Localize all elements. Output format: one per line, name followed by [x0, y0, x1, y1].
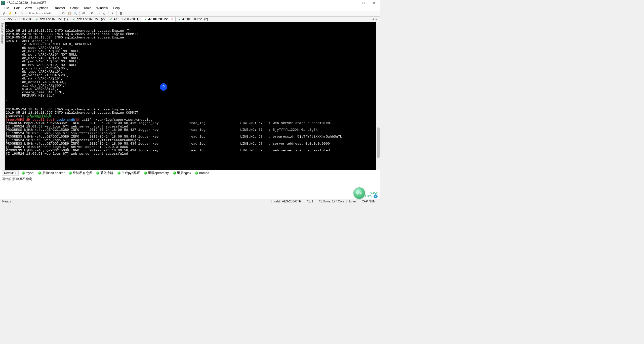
scrollbar-thumb[interactable] [377, 127, 380, 158]
bbtn-registry-login[interactable]: 登陆私有仓库 [68, 170, 93, 176]
disconnect-icon[interactable]: ⨯ [19, 11, 25, 16]
status-icon [73, 18, 76, 21]
connect-icon[interactable]: ⇄ [1, 11, 7, 16]
titlebar: 47.101.208.220 - SecureCRT — □ ✕ [0, 0, 380, 5]
dot-icon [173, 171, 176, 175]
tab-dev-1[interactable]: dev 172.16.0.223 (1) [34, 17, 70, 22]
dot-icon [117, 171, 120, 175]
grid-icon[interactable]: ▦ [118, 11, 124, 16]
bbtn-get-token[interactable]: 获取令牌 [95, 170, 114, 176]
screen-pointer-highlight [160, 83, 167, 91]
menu-edit[interactable]: Edit [12, 6, 22, 10]
tab-label: dev 172.16.0.223 (2) [77, 17, 105, 21]
bbtn-mysql[interactable]: mysql [21, 170, 35, 175]
toolbar: ⇄ ⚡ ↻ ⨯ ⧉ 📋 🔍 🖶 ⚙ ▭ ⎙ ? ▦ [0, 11, 380, 17]
menu-view[interactable]: View [23, 6, 34, 10]
overlay-perf-badge[interactable]: 57% [353, 187, 365, 199]
tab-prev-icon[interactable]: ◀ [372, 18, 374, 20]
status-icon [178, 18, 181, 21]
tab-dev-2[interactable]: dev 172.16.0.223 (2) [71, 17, 107, 22]
bbtn-pyo-config[interactable]: 生成pyo配置 [116, 170, 141, 176]
terminal-scrollbar[interactable] [376, 22, 380, 170]
tab-dev-0[interactable]: dev 172.16.0.223 [1, 17, 33, 22]
dot-icon [38, 171, 41, 175]
settings-icon[interactable]: ⚙ [89, 11, 95, 16]
quick-connect-icon[interactable]: ⚡ [7, 11, 13, 16]
button-bar-default[interactable]: Default [2, 170, 19, 176]
copy-icon[interactable]: ⧉ [61, 11, 66, 16]
bbtn-named[interactable]: named [194, 170, 210, 175]
window-title: 47.101.208.220 - SecureCRT [7, 1, 350, 5]
find-icon[interactable]: 🔍 [73, 11, 78, 16]
status-icon [4, 18, 7, 21]
toolbar-separator [79, 11, 80, 16]
trace-icon[interactable]: ⎙ [101, 11, 107, 16]
menubar: File Edit View Options Transfer Script T… [0, 5, 380, 10]
dot-icon [195, 171, 198, 175]
status-cipher: ssh2: AES-256-CTR [271, 200, 304, 203]
terminal-area: Session Manager ) 2019-05-24 18:10:13,57… [0, 22, 380, 170]
tab-host-2[interactable]: 47.101.208.220 (2) [176, 17, 210, 22]
dot-icon [96, 171, 99, 175]
tab-host-active[interactable]: 47.101.208.220✕ [142, 17, 176, 22]
overlay-network: 0.2K/s 1.4K/s + [365, 191, 378, 198]
button-bar: Default mysql 启动salt docker 登陆私有仓库 获取令牌 … [0, 170, 380, 176]
tab-label: 47.101.208.220 [148, 17, 169, 21]
menu-file[interactable]: File [2, 6, 11, 10]
window-controls: — □ ✕ [350, 1, 377, 5]
status-ready: Ready [2, 200, 271, 203]
net-plus-icon[interactable]: + [374, 194, 378, 198]
session-manager-tab[interactable]: Session Manager [0, 22, 5, 170]
close-button[interactable]: ✕ [371, 1, 377, 5]
minimize-button[interactable]: — [350, 1, 356, 5]
toolbar-separator [108, 11, 108, 16]
toolbar-separator [59, 11, 59, 16]
dot-icon [69, 171, 72, 175]
bbtn-restart-nginx[interactable]: 重启nginx [172, 170, 192, 176]
tab-host-1[interactable]: 47.101.208.220 (1) [107, 17, 141, 22]
host-input[interactable] [28, 11, 58, 16]
net-down: 1.4K/s [365, 195, 372, 198]
menu-transfer[interactable]: Transfer [51, 6, 67, 10]
maximize-button[interactable]: □ [360, 1, 367, 5]
status-cursor: 41, 1 [304, 200, 316, 203]
menu-tools[interactable]: Tools [82, 6, 93, 10]
paste-icon[interactable]: 📋 [67, 11, 72, 16]
menu-options[interactable]: Options [35, 6, 50, 10]
bbtn-salt-docker[interactable]: 启动salt docker [37, 170, 66, 176]
help-icon[interactable]: ? [110, 11, 115, 16]
tab-close-icon[interactable]: ✕ [171, 18, 173, 20]
chat-text: 国外的源 速度不稳定。 [2, 177, 35, 181]
print-icon[interactable]: 🖶 [81, 11, 87, 16]
reconnect-icon[interactable]: ↻ [13, 11, 19, 16]
tab-label: 47.101.208.220 (2) [182, 17, 208, 21]
bbtn-reload-openresty[interactable]: 重载openresty [143, 170, 170, 176]
session-options-icon[interactable]: ▭ [95, 11, 101, 16]
app-window: 47.101.208.220 - SecureCRT — □ ✕ File Ed… [0, 0, 380, 204]
tab-label: dev 172.16.0.223 [8, 17, 31, 21]
menu-script[interactable]: Script [68, 6, 80, 10]
status-dims: 41 Rows, 177 Cols [316, 200, 346, 203]
statusbar: Ready ssh2: AES-256-CTR 41, 1 41 Rows, 1… [0, 199, 380, 204]
status-term: Linux [346, 200, 359, 203]
app-icon [1, 1, 5, 5]
toolbar-separator [116, 11, 117, 16]
dot-icon [144, 171, 147, 175]
tab-nav: ◀ ▶ [372, 18, 379, 20]
status-caps: CAP NUM [359, 200, 378, 203]
chat-pane[interactable]: 国外的源 速度不稳定。 [0, 176, 380, 199]
status-icon [144, 18, 147, 21]
tabbar: dev 172.16.0.223 dev 172.16.0.223 (1) de… [0, 17, 380, 22]
tab-next-icon[interactable]: ▶ [376, 18, 378, 20]
toolbar-separator [88, 11, 88, 16]
badge-value: 57% [356, 191, 362, 195]
terminal[interactable]: ) 2019-05-24 18:10:13,571 INFO sqlalchem… [5, 22, 376, 170]
tab-label: 47.101.208.220 (1) [114, 17, 139, 21]
menu-help[interactable]: Help [111, 6, 122, 10]
status-icon [36, 18, 39, 21]
status-icon [110, 18, 113, 21]
dot-icon [22, 171, 25, 175]
net-up: 0.2K/s [371, 191, 378, 194]
tab-label: dev 172.16.0.223 (1) [40, 17, 68, 21]
menu-window[interactable]: Window [94, 6, 110, 10]
